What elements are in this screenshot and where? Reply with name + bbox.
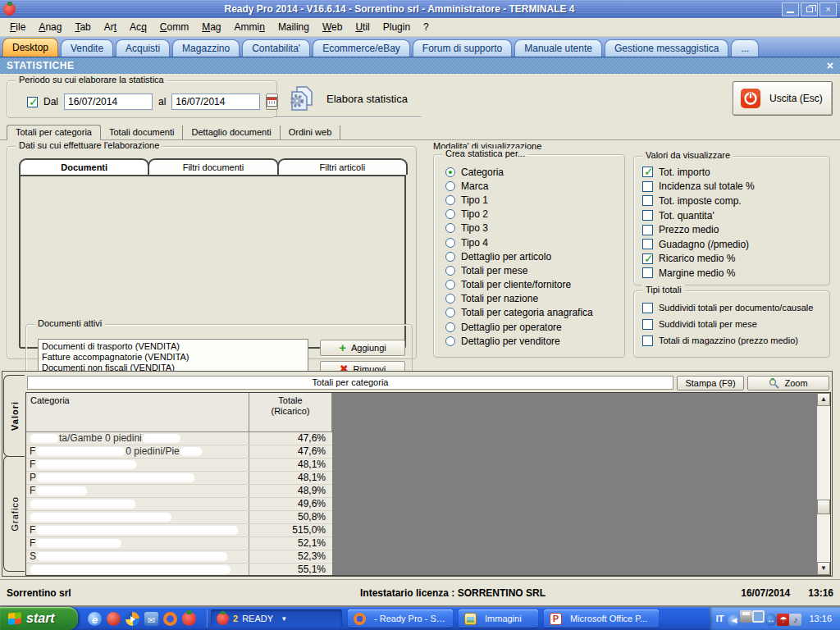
radio-option[interactable]: Tipo 3 xyxy=(445,221,624,235)
attivi-aggiungi-button[interactable]: + Aggiungi xyxy=(320,340,405,356)
table-row[interactable]: F 515,0% xyxy=(26,524,332,537)
checkbox-option[interactable]: Ricarico medio % xyxy=(642,252,829,267)
table-row[interactable]: F 48,9% xyxy=(26,485,332,498)
table-row[interactable]: 55,1% xyxy=(26,564,332,576)
checkbox-icon[interactable] xyxy=(642,336,653,346)
checkbox-icon[interactable] xyxy=(642,319,653,330)
menu-item[interactable]: ? xyxy=(417,20,436,34)
tray-icon[interactable] xyxy=(765,614,777,626)
quick-launch-icon[interactable] xyxy=(126,612,139,626)
table-row[interactable]: 50,8% xyxy=(26,511,332,524)
zoom-button[interactable]: Zoom xyxy=(747,376,829,390)
module-tab[interactable]: Gestione messaggistica xyxy=(605,39,728,57)
module-tab[interactable]: ... xyxy=(731,39,759,57)
radio-icon[interactable] xyxy=(445,209,455,219)
radio-icon[interactable] xyxy=(445,266,455,276)
menu-item[interactable]: Anag xyxy=(32,20,68,34)
statistic-tab[interactable]: Ordini web xyxy=(281,126,341,139)
checkbox-option[interactable]: Suddividi totali per documento/causale xyxy=(642,299,829,316)
radio-icon[interactable] xyxy=(445,223,455,233)
document-tab[interactable]: Documenti xyxy=(19,158,149,175)
stampa-button[interactable]: Stampa (F9) xyxy=(677,376,744,390)
checkbox-option[interactable]: Prezzo medio xyxy=(642,222,829,237)
scroll-up-button[interactable]: ▲ xyxy=(817,393,830,406)
date-from-input[interactable] xyxy=(64,94,153,110)
table-row[interactable]: P 48,1% xyxy=(26,472,332,485)
start-button[interactable]: start xyxy=(0,607,78,630)
checkbox-icon[interactable] xyxy=(642,210,653,221)
radio-option[interactable]: Totali per mese xyxy=(445,263,624,277)
radio-icon[interactable] xyxy=(445,336,455,346)
table-row[interactable]: F 48,1% xyxy=(26,459,332,472)
menu-item[interactable]: Art xyxy=(98,20,123,34)
checkbox-icon[interactable] xyxy=(642,253,653,264)
radio-icon[interactable] xyxy=(445,238,455,248)
menu-item[interactable]: Acq xyxy=(123,20,153,34)
checkbox-icon[interactable] xyxy=(642,267,653,278)
table-row[interactable]: S 52,3% xyxy=(26,550,332,564)
module-tab[interactable]: Desktop xyxy=(2,38,58,57)
module-tab[interactable]: Vendite xyxy=(61,39,113,57)
restore-button[interactable] xyxy=(801,2,818,16)
radio-option[interactable]: Marca xyxy=(445,179,624,193)
checkbox-icon[interactable] xyxy=(642,181,653,192)
checkbox-option[interactable]: Margine medio % xyxy=(642,266,829,281)
quick-launch-icon[interactable] xyxy=(88,612,102,626)
module-tab[interactable]: Manuale utente xyxy=(514,39,602,57)
radio-option[interactable]: Dettaglio per operatore xyxy=(445,320,624,334)
quick-launch-icon[interactable] xyxy=(163,612,177,626)
list-item[interactable]: Fatture accompagnatorie (VENDITA) xyxy=(42,352,304,363)
radio-icon[interactable] xyxy=(445,280,455,290)
checkbox-option[interactable]: Suddividi totali per mese xyxy=(642,316,829,332)
statistic-tab[interactable]: Totali documenti xyxy=(101,126,184,139)
quick-launch-icon[interactable] xyxy=(144,612,158,626)
menu-item[interactable]: Comm xyxy=(153,20,195,34)
menu-item[interactable]: File xyxy=(3,20,32,34)
radio-icon[interactable] xyxy=(445,167,455,177)
module-tab[interactable]: Forum di supporto xyxy=(413,39,512,57)
checkbox-option[interactable]: Tot. imposte comp. xyxy=(642,194,829,208)
radio-option[interactable]: Dettaglio per articolo xyxy=(445,249,624,263)
date-to-input[interactable] xyxy=(171,94,260,110)
list-item[interactable]: Documenti di trasporto (VENDITA) xyxy=(42,341,304,352)
statistic-tab[interactable]: Totali per categoria xyxy=(7,125,101,140)
radio-option[interactable]: Totali per nazione xyxy=(445,292,624,306)
radio-option[interactable]: Tipo 4 xyxy=(445,235,624,249)
radio-icon[interactable] xyxy=(445,181,455,191)
module-tab[interactable]: Contabilita' xyxy=(242,39,310,57)
checkbox-option[interactable]: Incidenza sul totale % xyxy=(642,180,829,194)
tray-icon[interactable] xyxy=(740,610,752,623)
statistic-tab[interactable]: Dettaglio documenti xyxy=(183,126,280,139)
tray-icon[interactable] xyxy=(789,614,801,626)
table-row[interactable]: 49,6% xyxy=(26,498,332,511)
scroll-down-button[interactable]: ▼ xyxy=(817,562,830,575)
tray-icon[interactable] xyxy=(752,610,765,623)
table-row[interactable]: ta/Gambe 0 piedini 47,6% xyxy=(26,432,332,445)
checkbox-option[interactable]: Tot. importo xyxy=(642,165,829,180)
checkbox-icon[interactable] xyxy=(642,239,653,249)
radio-icon[interactable] xyxy=(445,322,455,332)
tray-icon[interactable] xyxy=(777,614,789,626)
close-button[interactable]: × xyxy=(819,2,837,16)
radio-option[interactable]: Dettaglio per venditore xyxy=(445,334,624,348)
menu-item[interactable]: Tab xyxy=(68,20,97,34)
taskbar-window-button[interactable]: Immagini ▾ xyxy=(459,609,538,628)
menu-item[interactable]: Web xyxy=(316,20,349,34)
elabora-statistica-button[interactable]: Elabora statistica xyxy=(285,84,408,113)
vertical-scrollbar[interactable]: ▲ ▼ xyxy=(817,393,830,575)
quick-launch-icon[interactable] xyxy=(182,612,196,626)
document-tab[interactable]: Filtri articoli xyxy=(277,158,408,175)
radio-option[interactable]: Tipo 1 xyxy=(445,193,624,207)
document-tab[interactable]: Filtri documenti xyxy=(148,158,278,175)
radio-icon[interactable] xyxy=(445,308,455,317)
taskbar-window-button[interactable]: 2 READY ▾ xyxy=(211,609,342,628)
radio-icon[interactable] xyxy=(445,195,455,205)
minimize-button[interactable] xyxy=(782,2,799,16)
dal-checkbox[interactable] xyxy=(27,97,38,107)
table-row[interactable]: F 52,1% xyxy=(26,537,332,550)
module-tab[interactable]: Ecommerce/eBay xyxy=(313,39,410,57)
radio-option[interactable]: Categoria xyxy=(445,165,624,179)
module-tab[interactable]: Magazzino xyxy=(172,39,240,57)
radio-option[interactable]: Tipo 2 xyxy=(445,208,624,221)
menu-item[interactable]: Plugin xyxy=(377,20,417,34)
